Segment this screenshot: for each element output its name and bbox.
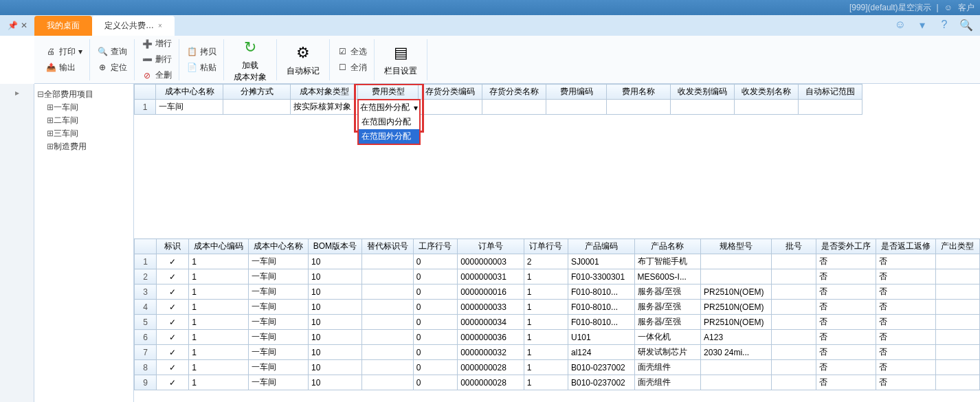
user-icon[interactable]: ☺ — [944, 3, 953, 12]
cell[interactable]: 一车间 — [249, 315, 309, 330]
cell[interactable]: ✓ — [157, 284, 189, 300]
cell[interactable]: 0 — [413, 284, 457, 300]
tab-close-icon[interactable]: × — [158, 22, 162, 30]
chevron-down-icon[interactable]: ▾ — [915, 18, 929, 32]
cell[interactable]: 否 — [876, 375, 935, 390]
cell[interactable]: 一车间 — [249, 375, 309, 390]
cell[interactable]: 否 — [876, 254, 935, 269]
cell[interactable]: 1 — [189, 284, 249, 300]
cell[interactable]: A123 — [701, 330, 772, 345]
cell[interactable] — [701, 254, 772, 269]
col-14[interactable]: 是否返工返修 — [876, 239, 935, 254]
smile-icon[interactable]: ☺ — [893, 18, 907, 32]
cell[interactable]: ✓ — [157, 330, 189, 345]
cell[interactable]: 一体化机 — [634, 330, 701, 345]
cell[interactable]: F010-3300301 — [568, 269, 635, 284]
cell[interactable]: 0 — [413, 360, 457, 375]
cell[interactable]: 1 — [524, 360, 568, 375]
cell[interactable]: 2 — [135, 269, 157, 284]
cell[interactable]: 10 — [309, 360, 362, 375]
cell[interactable]: 1 — [189, 375, 249, 390]
cell[interactable]: 面壳组件 — [634, 375, 701, 390]
cell[interactable]: 1 — [524, 330, 568, 345]
selectnone-button[interactable]: ☐全消 — [334, 60, 370, 75]
col-4[interactable]: BOM版本号 — [309, 239, 362, 254]
selectall-button[interactable]: ☑全选 — [334, 45, 370, 59]
col-feecode[interactable]: 费用编码 — [546, 85, 607, 100]
cell[interactable] — [935, 345, 980, 360]
expand-icon[interactable]: ⊞ — [47, 142, 54, 151]
cell[interactable]: 服务器/至强 — [634, 300, 701, 315]
cell[interactable] — [935, 330, 980, 345]
cell[interactable] — [734, 100, 798, 115]
export-button[interactable]: 📤输出 — [43, 60, 85, 75]
col-0[interactable] — [135, 239, 157, 254]
cell[interactable]: B010-0237002 — [568, 375, 635, 390]
table-row[interactable]: 7✓1一车间10000000000321al124研发试制芯片2030 24mi… — [135, 345, 980, 360]
expand-icon[interactable]: ⊞ — [47, 102, 54, 112]
cell[interactable]: ✓ — [157, 300, 189, 315]
cell[interactable]: 8 — [135, 360, 157, 375]
cell[interactable]: 1 — [135, 254, 157, 269]
left-collapsed-panel[interactable]: ▸ — [0, 84, 34, 402]
col-12[interactable]: 批号 — [772, 239, 816, 254]
cell[interactable]: F010-8010... — [568, 284, 635, 300]
cell[interactable]: 10 — [309, 345, 362, 360]
cell[interactable]: 6 — [135, 330, 157, 345]
tab-desktop[interactable]: 我的桌面 — [34, 16, 92, 36]
cell[interactable] — [701, 375, 772, 390]
cell-center[interactable]: 一车间 — [155, 100, 223, 115]
cell[interactable]: 1 — [189, 315, 249, 330]
col-13[interactable]: 是否委外工序 — [816, 239, 876, 254]
col-invname[interactable]: 存货分类名称 — [482, 85, 546, 100]
col-feename[interactable]: 费用名称 — [607, 85, 671, 100]
cell[interactable] — [701, 269, 772, 284]
cell[interactable] — [772, 345, 816, 360]
cell[interactable] — [772, 315, 816, 330]
cell[interactable] — [935, 300, 980, 315]
cell[interactable]: PR2510N(OEM) — [701, 284, 772, 300]
cell[interactable]: 否 — [816, 375, 876, 390]
cell[interactable] — [361, 330, 413, 345]
cell[interactable]: F010-8010... — [568, 300, 635, 315]
cell[interactable]: U101 — [568, 330, 635, 345]
col-6[interactable]: 工序行号 — [413, 239, 457, 254]
cell[interactable] — [482, 100, 546, 115]
cell[interactable] — [361, 360, 413, 375]
close-icon[interactable]: ✕ — [21, 21, 27, 30]
cell[interactable] — [419, 100, 482, 115]
cell[interactable]: 一车间 — [249, 300, 309, 315]
cell[interactable]: 0000000034 — [458, 315, 524, 330]
cell[interactable]: 一车间 — [249, 360, 309, 375]
cell[interactable]: 1 — [524, 375, 568, 390]
cell[interactable]: 0000000003 — [458, 254, 524, 269]
cell[interactable] — [361, 345, 413, 360]
cell[interactable]: B010-0237002 — [568, 360, 635, 375]
cell[interactable]: 0 — [413, 345, 457, 360]
cell[interactable]: 面壳组件 — [634, 360, 701, 375]
cell[interactable]: 一车间 — [249, 330, 309, 345]
chevron-icon[interactable]: ▸ — [0, 84, 34, 98]
cell[interactable]: 否 — [876, 300, 935, 315]
cell[interactable]: 10 — [309, 375, 362, 390]
cell[interactable]: 否 — [876, 330, 935, 345]
cell[interactable]: 1 — [189, 330, 249, 345]
cell[interactable]: 10 — [309, 284, 362, 300]
automark-button[interactable]: ⚙自动标记 — [281, 39, 325, 80]
cell[interactable] — [772, 330, 816, 345]
cell[interactable]: 0000000028 — [458, 375, 524, 390]
cell[interactable]: 1 — [189, 345, 249, 360]
cell[interactable]: 否 — [876, 315, 935, 330]
col-autoscope[interactable]: 自动标记范围 — [798, 85, 862, 100]
cell[interactable]: 否 — [816, 254, 876, 269]
delrow-button[interactable]: ➖删行 — [139, 52, 175, 67]
cell[interactable]: 5 — [135, 315, 157, 330]
col-8[interactable]: 订单行号 — [524, 239, 568, 254]
tree-node-2[interactable]: ⊞二车间 — [37, 114, 131, 127]
col-2[interactable]: 成本中心编码 — [189, 239, 249, 254]
cell[interactable]: 否 — [876, 269, 935, 284]
cell[interactable]: 0000000036 — [458, 330, 524, 345]
cell[interactable]: 1 — [524, 269, 568, 284]
locate-button[interactable]: ⊕定位 — [94, 60, 130, 75]
cell[interactable]: 4 — [135, 300, 157, 315]
